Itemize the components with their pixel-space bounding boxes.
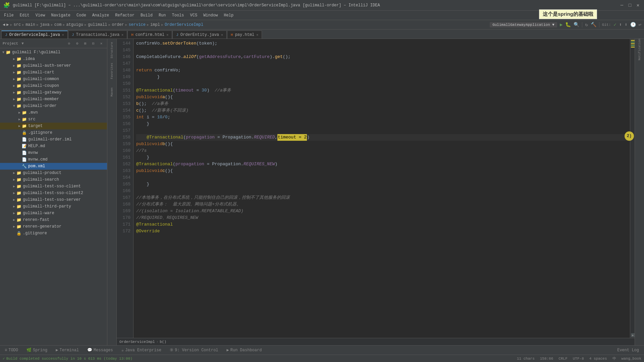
bottom-tab-terminal[interactable]: ▶ Terminal <box>52 346 83 355</box>
menubar-item-run[interactable]: Run <box>156 12 169 18</box>
tree-order-pom[interactable]: 🔧 pom.xml <box>0 163 107 170</box>
tab-confirm[interactable]: H confirm.html ✕ <box>127 31 172 39</box>
project-settings-button[interactable]: ⚙ <box>74 41 80 47</box>
nav-com[interactable]: com <box>54 22 62 27</box>
bottom-tab-version-control[interactable]: ⑨ 9: Version Control <box>166 346 222 355</box>
nav-impl[interactable]: impl <box>150 22 160 27</box>
tree-renren-fast[interactable]: ▶ 📁 renren-fast <box>0 217 107 223</box>
tab-transactional[interactable]: J Transactional.java ✕ <box>68 31 127 39</box>
indent-setting[interactable]: 4 spaces <box>589 356 607 361</box>
side-favorites-btn[interactable]: Favorites <box>108 61 116 81</box>
bottom-tab-todo[interactable]: ≡ TODO <box>1 346 22 355</box>
tree-order-target[interactable]: ▶ 📁 target <box>0 123 107 129</box>
refresh-button[interactable]: ↻ <box>585 22 588 27</box>
project-locate-button[interactable]: ⊙ <box>66 41 72 47</box>
menubar-item-help[interactable]: Help <box>221 12 236 18</box>
tab-pay[interactable]: H pay.html ✕ <box>227 31 262 39</box>
side-maven-btn[interactable]: Maven <box>108 82 116 102</box>
tab-close-button3[interactable]: ✕ <box>166 33 168 37</box>
tree-member[interactable]: ▶ 📁 gulimall-member <box>0 96 107 103</box>
build-button[interactable]: 🔨 <box>591 22 596 27</box>
editor-content[interactable]: 144 145 146 147 148 149 150 151 152 153 … <box>117 39 635 338</box>
git-history[interactable]: 🕐 <box>630 22 636 27</box>
encoding[interactable]: UTF-8 <box>573 356 584 361</box>
project-expand-button[interactable]: ⊞ <box>82 41 88 47</box>
menubar-item-vcs[interactable]: VCS <box>187 12 200 18</box>
nav-src[interactable]: src <box>14 22 21 27</box>
menubar-item-file[interactable]: File <box>1 12 16 18</box>
minimize-button[interactable]: ─ <box>619 3 625 8</box>
debug-button[interactable]: 🐛 <box>565 22 571 27</box>
menubar-item-code[interactable]: Code <box>74 12 89 18</box>
tree-sso-client2[interactable]: ▶ 📁 gulimall-test-sso-client2 <box>0 190 107 196</box>
nav-orderserviceimpl[interactable]: OrderServiceImpl <box>165 22 203 27</box>
tree-idea[interactable]: ▶ 📁 .idea <box>0 56 107 62</box>
nav-gulimall[interactable]: gulimall <box>88 22 107 27</box>
tree-cart[interactable]: ▶ 📁 gulimall-cart <box>0 69 107 76</box>
menubar-item-analyze[interactable]: Analyze <box>90 12 112 18</box>
close-button[interactable]: ✕ <box>635 3 641 8</box>
tree-renren-generator[interactable]: ▶ 📁 renren-generator <box>0 223 107 230</box>
tree-order-mvnw[interactable]: 📄 mvnw <box>0 149 107 156</box>
tree-order-mvnwcmd[interactable]: 📄 mvnw.cmd <box>0 156 107 163</box>
git-update[interactable]: ⬇ <box>625 22 627 27</box>
tab-close-button2[interactable]: ✕ <box>121 33 123 37</box>
run-config-dropdown[interactable]: GulimallGatewayApplication ▼ <box>490 22 557 27</box>
tab-close-button4[interactable]: ✕ <box>221 33 223 37</box>
nav-back-button[interactable]: ◀ <box>3 22 5 27</box>
project-dropdown-arrow[interactable]: ▼ <box>21 42 24 46</box>
window-controls[interactable]: ─ □ ✕ <box>619 3 641 8</box>
tab-close-button[interactable]: ✕ <box>62 33 64 37</box>
tree-search[interactable]: ▶ 📁 gulimall-search <box>0 176 107 183</box>
nav-main[interactable]: main <box>25 22 35 27</box>
nav-order[interactable]: order <box>112 22 124 27</box>
tab-orderentity[interactable]: J OrderEntity.java ✕ <box>172 31 227 39</box>
git-revert[interactable]: ↩ <box>639 22 641 27</box>
user-indicator[interactable]: wang_book <box>622 356 641 361</box>
line-ending[interactable]: CRLF <box>558 356 567 361</box>
tree-sso-client[interactable]: ▶ 📁 gulimall-test-sso-client <box>0 183 107 190</box>
menubar-item-tools[interactable]: Tools <box>169 12 187 18</box>
breadcrumb-method[interactable]: b() <box>160 340 166 344</box>
tab-orderserviceimpl[interactable]: J OrderServiceImpl.java ✕ <box>1 31 68 39</box>
bottom-tab-event-log[interactable]: Event Log <box>614 346 643 355</box>
tree-order-gitignore[interactable]: 🔒 .gitignore <box>0 129 107 136</box>
tree-root-gitignore[interactable]: 🔒 .gitignore <box>0 230 107 237</box>
menubar-item-build[interactable]: Build <box>138 12 155 18</box>
run-button[interactable]: ▶ <box>560 22 562 27</box>
menubar-item-navigate[interactable]: Navigate <box>48 12 73 18</box>
lang-indicator[interactable]: 中 <box>612 356 616 361</box>
tree-ware[interactable]: ▶ 📁 gulimall-ware <box>0 210 107 217</box>
menubar-item-window[interactable]: Window <box>201 12 220 18</box>
char-count[interactable]: 11 chars <box>517 356 535 361</box>
side-structure-btn[interactable]: Structure <box>108 40 116 60</box>
cursor-position[interactable]: 158:66 <box>540 356 553 361</box>
code-lines[interactable]: confirmVo.setOrderToken(token); Completa… <box>133 39 630 338</box>
project-collapse-button[interactable]: ⊟ <box>90 41 96 47</box>
breadcrumb-class[interactable]: OrderServiceImpl <box>119 340 155 344</box>
tree-order[interactable]: ▼ 📁 gulimall-order <box>0 103 107 109</box>
maximize-button[interactable]: □ <box>627 3 633 8</box>
bottom-tab-spring[interactable]: 🌿 Spring <box>23 346 51 355</box>
right-notifications-btn[interactable]: Notifications <box>636 40 644 57</box>
tree-order-src[interactable]: ▶ 📁 src <box>0 116 107 123</box>
tree-gateway[interactable]: ▶ 📁 gulimall-gateway <box>0 89 107 96</box>
tree-order-mvn[interactable]: ▶ 📁 .mvn <box>0 109 107 116</box>
menubar-item-edit[interactable]: Edit <box>17 12 32 18</box>
nav-java[interactable]: java <box>40 22 50 27</box>
tree-root[interactable]: ▼ 📁 gulimall F:\gulimall <box>0 49 107 56</box>
nav-forward-button[interactable]: ▶ <box>6 22 9 27</box>
bottom-tab-java-enterprise[interactable]: ☕ Java Enterprise <box>118 346 165 355</box>
tree-order-iml[interactable]: 📄 gulimall-order.iml <box>0 136 107 143</box>
project-hide-button[interactable]: ✕ <box>98 41 104 47</box>
bottom-tab-messages[interactable]: 💬 Messages <box>84 346 117 355</box>
tree-third-party[interactable]: ▶ 📁 gulimall-third-party <box>0 203 107 210</box>
run-coverage-button[interactable]: 🔍 <box>574 22 579 27</box>
tree-auth-server[interactable]: ▶ 📁 gulimall-auth-server <box>0 62 107 69</box>
tree-product[interactable]: ▶ 📁 gulimall-product <box>0 170 107 176</box>
tree-common[interactable]: ▶ 📁 gulimall-common <box>0 76 107 82</box>
git-checkmark[interactable]: ✓ <box>613 22 616 27</box>
tree-order-help[interactable]: 📝 HELP.md <box>0 143 107 149</box>
tree-coupon[interactable]: ▶ 📁 gulimall-coupon <box>0 82 107 89</box>
git-commit[interactable]: ⬆ <box>619 22 622 27</box>
